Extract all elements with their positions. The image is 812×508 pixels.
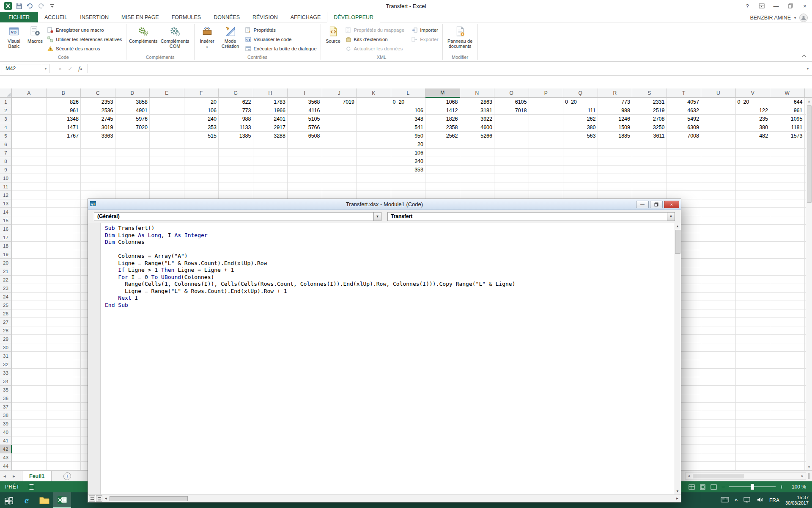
cell-O12[interactable]	[494, 191, 529, 199]
cell-G4[interactable]: 1133	[219, 123, 253, 132]
zoom-out-icon[interactable]: −	[721, 484, 725, 490]
col-header-U[interactable]: U	[701, 88, 736, 98]
cell-U23[interactable]	[701, 284, 736, 293]
cell-O5[interactable]	[494, 132, 529, 140]
row-header-43[interactable]: 43	[0, 453, 12, 462]
scroll-up-icon[interactable]: ▲	[806, 98, 812, 105]
cell-F12[interactable]	[184, 191, 219, 199]
cell-A10[interactable]	[12, 174, 47, 182]
cell-A11[interactable]	[12, 182, 47, 191]
cell-E11[interactable]	[150, 182, 184, 191]
cell-W12[interactable]	[770, 191, 805, 199]
cell-K11[interactable]	[357, 182, 391, 191]
cell-W4[interactable]: 1181	[770, 123, 805, 132]
cell-A34[interactable]	[12, 377, 47, 386]
cell-U42[interactable]	[701, 445, 736, 453]
cell-A36[interactable]	[12, 394, 47, 403]
col-header-H[interactable]: H	[253, 88, 288, 98]
row-header-20[interactable]: 20	[0, 259, 12, 267]
cell-U10[interactable]	[701, 174, 736, 182]
cell-K6[interactable]	[357, 140, 391, 149]
cell-C4[interactable]: 3019	[81, 123, 115, 132]
cell-S6[interactable]	[632, 140, 667, 149]
cell-W26[interactable]	[770, 309, 805, 318]
view-page-break-icon[interactable]	[710, 484, 717, 490]
cell-T9[interactable]	[667, 166, 702, 174]
cell-A13[interactable]	[12, 199, 47, 208]
cell-A12[interactable]	[12, 191, 47, 199]
cell-B33[interactable]	[47, 369, 81, 377]
col-header-S[interactable]: S	[632, 88, 667, 98]
cell-D7[interactable]	[115, 149, 150, 157]
cell-V42[interactable]	[736, 445, 771, 453]
cell-W36[interactable]	[770, 394, 805, 403]
cell-R3[interactable]: 1246	[598, 115, 633, 123]
cell-S11[interactable]	[632, 182, 667, 191]
cell-R12[interactable]	[598, 191, 633, 199]
cell-E2[interactable]	[150, 106, 184, 115]
cell-R10[interactable]	[598, 174, 633, 182]
cell-V33[interactable]	[736, 369, 771, 377]
cell-B39[interactable]	[47, 420, 81, 428]
cell-U16[interactable]	[701, 225, 736, 233]
cell-L9[interactable]: 353	[391, 166, 426, 174]
macros-button[interactable]: Macros	[25, 24, 45, 54]
col-header-M[interactable]: M	[425, 88, 460, 98]
cell-V24[interactable]	[736, 293, 771, 301]
cell-M1[interactable]: 1068	[425, 98, 460, 106]
cell-J1[interactable]: 7019	[322, 98, 357, 106]
row-header-13[interactable]: 13	[0, 199, 12, 208]
cell-U36[interactable]	[701, 394, 736, 403]
cell-S4[interactable]: 3250	[632, 123, 667, 132]
design-mode-button[interactable]: Mode Création	[218, 24, 243, 54]
cell-F7[interactable]	[184, 149, 219, 157]
cell-U3[interactable]	[701, 115, 736, 123]
cell-W8[interactable]	[770, 157, 805, 166]
cell-H6[interactable]	[253, 140, 288, 149]
row-header-28[interactable]: 28	[0, 326, 12, 335]
cell-S10[interactable]	[632, 174, 667, 182]
cell-M5[interactable]: 2562	[425, 132, 460, 140]
cell-B38[interactable]	[47, 411, 81, 420]
cell-V5[interactable]: 482	[736, 132, 771, 140]
record-macro-button[interactable]: Enregistrer une macro	[45, 25, 124, 35]
cell-W21[interactable]	[770, 267, 805, 276]
cell-U28[interactable]	[701, 326, 736, 335]
cell-A31[interactable]	[12, 352, 47, 360]
cell-L4[interactable]: 541	[391, 123, 426, 132]
cell-E7[interactable]	[150, 149, 184, 157]
row-header-32[interactable]: 32	[0, 360, 12, 369]
cell-U9[interactable]	[701, 166, 736, 174]
start-button[interactable]	[0, 492, 18, 508]
cell-J10[interactable]	[322, 174, 357, 182]
row-header-19[interactable]: 19	[0, 250, 12, 259]
cell-A22[interactable]	[12, 276, 47, 284]
cell-R6[interactable]	[598, 140, 633, 149]
cell-F11[interactable]	[184, 182, 219, 191]
cell-Q2[interactable]: 111	[563, 106, 598, 115]
vba-minimize-icon[interactable]: —	[636, 201, 649, 208]
cell-V40[interactable]	[736, 428, 771, 436]
cell-B31[interactable]	[47, 352, 81, 360]
cell-I2[interactable]: 4116	[288, 106, 322, 115]
cell-T1[interactable]: 4057	[667, 98, 702, 106]
cell-W30[interactable]	[770, 343, 805, 352]
cell-Q10[interactable]	[563, 174, 598, 182]
excel-taskbar-icon[interactable]	[53, 492, 71, 508]
cell-W31[interactable]	[770, 352, 805, 360]
cell-L3[interactable]: 348	[391, 115, 426, 123]
cell-M10[interactable]	[425, 174, 460, 182]
cell-B26[interactable]	[47, 309, 81, 318]
scroll-left-icon[interactable]: ◄	[686, 473, 692, 480]
col-header-L[interactable]: L	[391, 88, 426, 98]
cell-U11[interactable]	[701, 182, 736, 191]
cell-U43[interactable]	[701, 453, 736, 462]
cell-V27[interactable]	[736, 318, 771, 326]
cell-V12[interactable]	[736, 191, 771, 199]
cell-W20[interactable]	[770, 259, 805, 267]
cell-R8[interactable]	[598, 157, 633, 166]
cell-A3[interactable]	[12, 115, 47, 123]
cell-B28[interactable]	[47, 326, 81, 335]
cell-T7[interactable]	[667, 149, 702, 157]
cell-A39[interactable]	[12, 420, 47, 428]
